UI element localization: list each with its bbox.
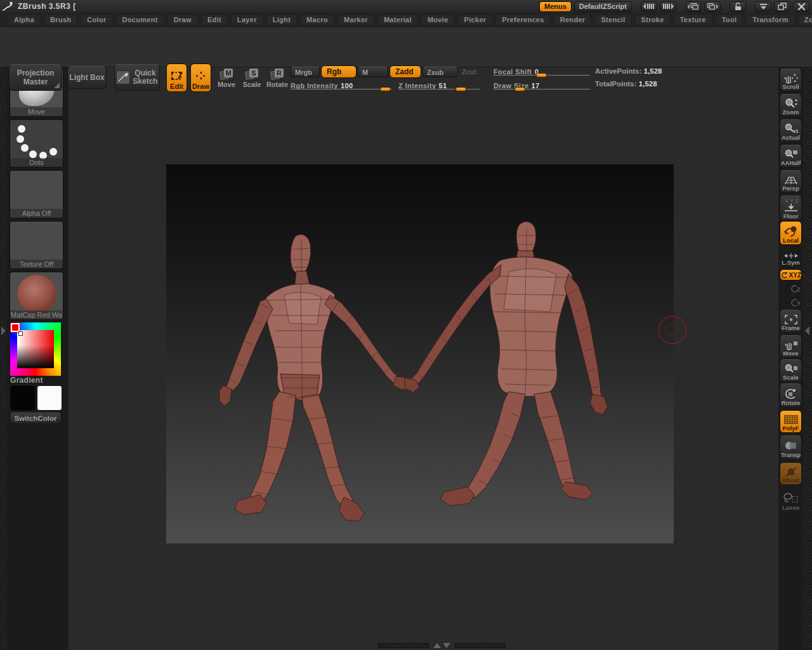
scale-canvas-button[interactable]: Scale [780,359,802,382]
menu-stencil[interactable]: Stencil [594,14,631,25]
m-button[interactable]: M [358,67,388,77]
prev-document-button[interactable] [685,1,702,12]
svg-text:Z: Z [797,286,801,293]
lasso-button[interactable]: Lasso [780,488,802,512]
current-material-thumbnail[interactable]: MatCap Red Wa [10,272,63,320]
rotate-xyz-button[interactable]: XYZ [780,269,802,281]
menu-draw[interactable]: Draw [167,14,198,25]
collapse-down-icon[interactable] [443,643,450,648]
zbrush-logo-icon [3,1,14,11]
lsym-button[interactable]: L.Sym [780,249,802,267]
right-tray-resize-handle[interactable] [803,67,812,650]
zadd-button[interactable]: Zadd [390,65,421,78]
local-button[interactable]: Local [780,221,802,245]
current-color-swatch [11,323,20,332]
color-picker-marker[interactable] [18,331,23,336]
menu-stroke[interactable]: Stroke [635,14,671,25]
rotate-canvas-icon [783,388,799,400]
floor-button[interactable]: X Y Z Floor [780,196,802,221]
menu-light[interactable]: Light [266,14,297,25]
menu-brush[interactable]: Brush [44,14,77,25]
menu-tool[interactable]: Tool [716,14,743,25]
secondary-color-swatch[interactable] [37,385,62,411]
slider-handle[interactable] [514,87,525,91]
lasso-icon [783,493,799,505]
rotate-mode-button[interactable]: R Rotate [265,65,289,91]
zcut-button[interactable]: Zcut [462,68,476,76]
menu-texture[interactable]: Texture [674,14,712,25]
rotate-y-button[interactable]: Y [780,296,802,308]
ghost-button[interactable]: Ghost [780,462,802,485]
left-tray-resize-handle[interactable] [0,67,7,650]
menu-color[interactable]: Color [81,14,112,25]
rotate-canvas-button[interactable]: Rotate [780,383,802,408]
projection-master-button[interactable]: Projection Master [9,64,62,91]
bottom-tray-handle[interactable] [378,642,506,648]
document-area[interactable] [69,67,778,650]
minimize-button[interactable] [755,1,771,12]
top-shelf: Projection Master Light Box QuickSketch … [0,27,812,67]
window-cascade-right-icon [707,3,718,11]
zsub-button[interactable]: Zsub [422,67,458,77]
saturation-value-square[interactable] [17,330,54,368]
menu-render[interactable]: Render [554,14,592,25]
mrgb-button[interactable]: Mrgb [291,67,320,77]
move-canvas-button[interactable]: Move [780,335,802,358]
main-color-swatch[interactable] [10,385,36,411]
transparency-button[interactable]: Transp [780,435,802,460]
light-box-button[interactable]: Light Box [67,66,107,89]
menu-transform[interactable]: Transform [746,14,795,25]
menus-button[interactable]: Menus [539,1,572,12]
gradient-label[interactable]: Gradient [10,376,63,385]
restore-button[interactable] [774,1,790,12]
current-stroke-thumbnail[interactable]: Dots [10,119,63,168]
menu-document[interactable]: Document [116,14,164,25]
menu-preferences[interactable]: Preferences [495,14,550,25]
switch-color-button[interactable]: SwitchColor [10,413,62,424]
tray-collapse-right-button[interactable] [660,1,676,12]
figure-right [405,222,608,506]
menu-zoom[interactable]: Zoom [798,14,812,25]
frame-button[interactable]: Frame [780,310,802,333]
focal-shift-slider[interactable]: Focal Shift0 [494,65,590,76]
slider-handle[interactable] [536,73,547,77]
edit-button[interactable]: Edit [166,63,187,92]
menu-picker[interactable]: Picker [458,14,493,25]
move-mode-button[interactable]: M Move [214,65,239,91]
scale-mode-button[interactable]: S Scale [240,65,264,91]
focal-shift-ring [665,323,678,336]
menu-marker[interactable]: Marker [337,14,374,25]
slider-handle[interactable] [455,87,466,91]
persp-button[interactable]: Persp [780,170,802,193]
menu-movie[interactable]: Movie [421,14,455,25]
rotate-z-button[interactable]: Z [780,282,802,295]
default-zscript-button[interactable]: DefaultZScript [574,1,632,12]
slider-handle[interactable] [380,87,391,91]
draw-button[interactable]: Draw [190,63,211,92]
draw-size-slider[interactable]: Draw Size17 [494,79,590,90]
quick-sketch-button[interactable]: QuickSketch [114,64,160,91]
rgb-intensity-slider[interactable]: Rgb Intensity100 [291,79,392,90]
close-button[interactable] [793,1,809,12]
polyframe-button[interactable]: PolyF [780,410,802,433]
current-texture-thumbnail[interactable]: Texture Off [10,221,63,269]
expand-up-icon[interactable] [433,643,441,648]
scroll-button[interactable]: Scroll [780,69,802,91]
color-picker[interactable] [10,322,61,376]
aahalf-button[interactable]: AAHalf [780,145,802,168]
z-intensity-slider[interactable]: Z Intensity51 [398,79,480,90]
menu-edit[interactable]: Edit [201,14,228,25]
zoom-button[interactable]: Zoom [780,94,802,117]
rgb-button[interactable]: Rgb [321,65,357,78]
current-alpha-thumbnail[interactable]: Alpha Off [10,170,63,218]
canvas[interactable] [166,164,674,543]
tray-collapse-left-button[interactable] [641,1,657,12]
menu-alpha[interactable]: Alpha [8,14,41,25]
lock-button[interactable] [730,1,746,12]
menu-material[interactable]: Material [377,14,418,25]
tray-toggle-arrow-icon [1,326,6,335]
next-document-button[interactable] [704,1,721,12]
menu-macro[interactable]: Macro [300,14,334,25]
menu-layer[interactable]: Layer [231,14,263,25]
actual-size-button[interactable]: x1 Actual [780,119,802,142]
